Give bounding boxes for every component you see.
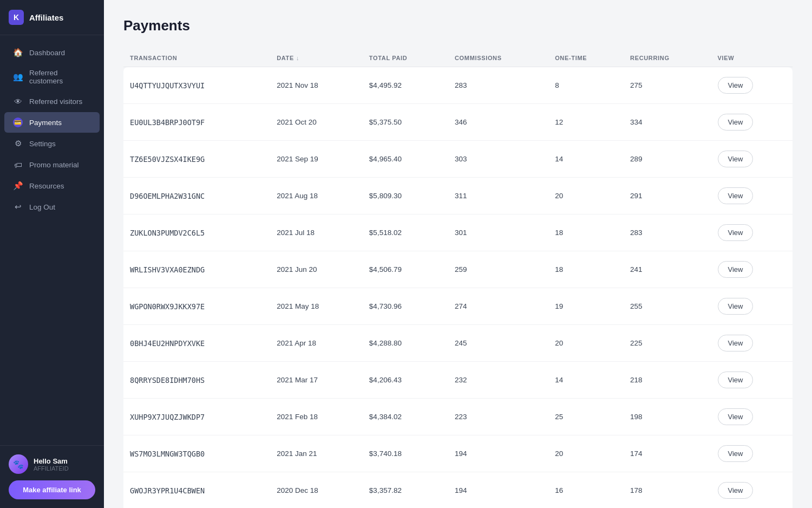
cell-commissions: 301 (448, 214, 548, 251)
table-row: WRLISHV3VXA0EZNDG2021 Jun 20$4,506.79259… (123, 251, 793, 288)
cell-transaction: 0BHJ4EU2HNPDYXVKE (123, 325, 270, 362)
cell-total_paid: $4,495.92 (363, 67, 448, 104)
cell-total_paid: $4,965.40 (363, 141, 448, 178)
cell-transaction: D96OEMLPHA2W31GNC (123, 178, 270, 214)
cell-date: 2021 Jun 20 (270, 251, 363, 288)
nav-icon-payments: 💳 (13, 118, 23, 127)
cell-view: View (711, 104, 793, 141)
cell-total_paid: $3,740.18 (363, 435, 448, 472)
nav-label-promo-material: Promo material (29, 161, 79, 169)
cell-recurring: 289 (624, 141, 711, 178)
payments-table: TRANSACTIONDATE↓TOTAL PAIDCOMMISSIONSONE… (123, 49, 793, 508)
view-button[interactable]: View (718, 151, 754, 167)
page-title: Payments (123, 17, 793, 34)
cell-total_paid: $4,206.43 (363, 362, 448, 399)
nav-label-dashboard: Dashboard (29, 49, 65, 57)
cell-commissions: 311 (448, 178, 548, 214)
nav-label-logout: Log Out (29, 203, 55, 211)
sidebar-item-resources[interactable]: 📌Resources (4, 175, 100, 196)
sidebar-item-payments[interactable]: 💳Payments (4, 112, 100, 133)
cell-date: 2021 Jul 18 (270, 214, 363, 251)
col-header-commissions: COMMISSIONS (448, 49, 548, 67)
user-name: Hello Sam (34, 457, 69, 465)
cell-recurring: 334 (624, 104, 711, 141)
cell-view: View (711, 399, 793, 435)
cell-one_time: 19 (548, 288, 624, 325)
nav-icon-referred-customers: 👥 (13, 72, 23, 82)
cell-total_paid: $4,384.02 (363, 399, 448, 435)
cell-transaction: GWOJR3YPR1U4CBWEN (123, 472, 270, 509)
sidebar-item-promo-material[interactable]: 🏷Promo material (4, 154, 100, 175)
cell-one_time: 16 (548, 472, 624, 509)
col-header-date[interactable]: DATE↓ (270, 49, 363, 67)
col-header-recurring: RECURRING (624, 49, 711, 67)
view-button[interactable]: View (718, 298, 754, 315)
cell-date: 2020 Dec 18 (270, 472, 363, 509)
cell-view: View (711, 214, 793, 251)
k-logo: K (9, 10, 24, 25)
cell-date: 2021 Aug 18 (270, 178, 363, 214)
cell-transaction: ZUKLON3PUMDV2C6L5 (123, 214, 270, 251)
cell-transaction: WGPON0RWX9JKKX97E (123, 288, 270, 325)
sidebar-item-dashboard[interactable]: 🏠Dashboard (4, 42, 100, 63)
cell-date: 2021 May 18 (270, 288, 363, 325)
view-button[interactable]: View (718, 408, 754, 425)
cell-view: View (711, 67, 793, 104)
cell-recurring: 218 (624, 362, 711, 399)
nav-label-resources: Resources (29, 182, 64, 190)
table-row: 8QRRYSDE8IDHM70HS2021 Mar 17$4,206.43232… (123, 362, 793, 399)
table-row: TZ6E50VJZSX4IKE9G2021 Sep 19$4,965.40303… (123, 141, 793, 178)
table-body: U4QTTYUJQUTX3VYUI2021 Nov 18$4,495.92283… (123, 67, 793, 509)
cell-view: View (711, 362, 793, 399)
nav-label-settings: Settings (29, 140, 56, 148)
cell-recurring: 255 (624, 288, 711, 325)
make-affiliate-link-button[interactable]: Make affiliate link (9, 480, 95, 499)
table-row: WGPON0RWX9JKKX97E2021 May 18$4,730.96274… (123, 288, 793, 325)
sidebar-header: K Affiliates (0, 0, 104, 35)
cell-transaction: TZ6E50VJZSX4IKE9G (123, 141, 270, 178)
view-button[interactable]: View (718, 224, 754, 241)
view-button[interactable]: View (718, 482, 754, 499)
cell-date: 2021 Apr 18 (270, 325, 363, 362)
table-row: U4QTTYUJQUTX3VYUI2021 Nov 18$4,495.92283… (123, 67, 793, 104)
nav-icon-settings: ⚙ (13, 139, 23, 148)
cell-recurring: 275 (624, 67, 711, 104)
cell-recurring: 291 (624, 178, 711, 214)
table-row: ZUKLON3PUMDV2C6L52021 Jul 18$5,518.02301… (123, 214, 793, 251)
sidebar-item-referred-visitors[interactable]: 👁Referred visitors (4, 91, 100, 112)
cell-total_paid: $3,357.82 (363, 472, 448, 509)
table-row: D96OEMLPHA2W31GNC2021 Aug 18$5,809.30311… (123, 178, 793, 214)
sidebar-item-settings[interactable]: ⚙Settings (4, 133, 100, 154)
table-header-row: TRANSACTIONDATE↓TOTAL PAIDCOMMISSIONSONE… (123, 49, 793, 67)
col-header-one_time: ONE-TIME (548, 49, 624, 67)
cell-recurring: 174 (624, 435, 711, 472)
view-button[interactable]: View (718, 261, 754, 278)
cell-view: View (711, 141, 793, 178)
view-button[interactable]: View (718, 335, 754, 351)
cell-one_time: 20 (548, 435, 624, 472)
view-button[interactable]: View (718, 445, 754, 462)
cell-date: 2021 Feb 18 (270, 399, 363, 435)
cell-date: 2021 Nov 18 (270, 67, 363, 104)
nav-icon-resources: 📌 (13, 181, 23, 191)
cell-transaction: EU0UL3B4BRPJ0OT9F (123, 104, 270, 141)
cell-commissions: 194 (448, 435, 548, 472)
sort-icon: ↓ (296, 55, 299, 61)
nav-label-referred-customers: Referred customers (29, 69, 91, 85)
cell-one_time: 18 (548, 214, 624, 251)
sidebar-item-referred-customers[interactable]: 👥Referred customers (4, 63, 100, 90)
cell-recurring: 241 (624, 251, 711, 288)
cell-view: View (711, 325, 793, 362)
view-button[interactable]: View (718, 114, 754, 131)
user-id: AFFILIATEID (34, 465, 69, 472)
sidebar-footer: 🐾 Hello Sam AFFILIATEID Make affiliate l… (0, 445, 104, 508)
table-row: GWOJR3YPR1U4CBWEN2020 Dec 18$3,357.82194… (123, 472, 793, 509)
cell-view: View (711, 288, 793, 325)
nav-icon-dashboard: 🏠 (13, 48, 23, 57)
view-button[interactable]: View (718, 187, 754, 204)
view-button[interactable]: View (718, 77, 754, 94)
cell-recurring: 225 (624, 325, 711, 362)
view-button[interactable]: View (718, 372, 754, 388)
sidebar-item-logout[interactable]: ↩Log Out (4, 197, 100, 217)
cell-commissions: 274 (448, 288, 548, 325)
